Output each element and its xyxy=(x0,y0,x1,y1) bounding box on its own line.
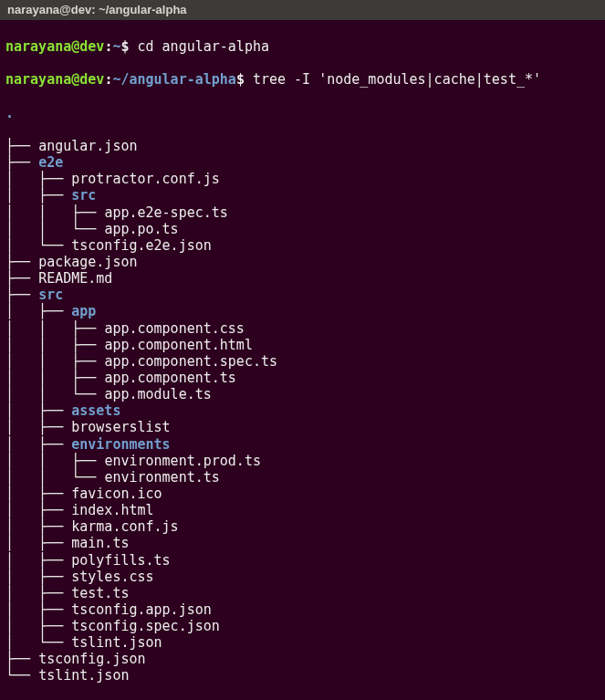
file-name: angular.json xyxy=(38,138,137,154)
tree-row: │ ├── favicon.ico xyxy=(5,486,600,502)
tree-row: │ ├── karma.conf.js xyxy=(5,518,600,535)
dir-name: e2e xyxy=(38,154,63,171)
tree-branch: ├── xyxy=(5,287,38,303)
tree-branch: │ └── xyxy=(5,634,71,651)
tree-row: │ ├── tsconfig.app.json xyxy=(5,601,600,618)
file-name: app.module.ts xyxy=(104,386,211,402)
tree-branch: │ ├── xyxy=(5,601,71,618)
tree-branch: ├── xyxy=(5,154,38,171)
window-titlebar: narayana@dev: ~/angular-alpha xyxy=(0,0,605,20)
file-name: README.md xyxy=(38,270,112,287)
file-name: app.component.ts xyxy=(104,370,236,386)
cwd: ~/angular-alpha xyxy=(112,71,235,88)
dir-name: app xyxy=(71,303,96,319)
tree-branch: │ ├── xyxy=(5,419,71,435)
tree-branch: │ ├── xyxy=(5,486,71,502)
tree-branch: │ │ └── xyxy=(5,469,104,486)
tree-branch: ├── xyxy=(5,254,38,270)
dir-name: src xyxy=(38,287,63,303)
tree-row: └── tslint.json xyxy=(5,667,600,684)
file-name: test.ts xyxy=(71,585,129,601)
tree-branch: │ ├── xyxy=(5,552,71,569)
user-host: narayana@dev xyxy=(5,71,104,88)
tree-root-dot: . xyxy=(5,105,600,121)
tree-row: ├── tsconfig.json xyxy=(5,651,600,667)
command-tree: tree -I 'node_modules|cache|test_*' xyxy=(253,71,541,88)
file-name: tsconfig.spec.json xyxy=(71,618,220,634)
tree-row: ├── e2e xyxy=(5,154,600,171)
dollar: $ xyxy=(120,38,137,55)
tree-branch: │ ├── xyxy=(5,303,71,319)
tree-row: │ ├── main.ts xyxy=(5,535,600,551)
tree-branch: │ │ ├── xyxy=(5,337,104,353)
file-name: favicon.ico xyxy=(71,486,162,502)
file-name: main.ts xyxy=(71,535,129,551)
file-name: environment.ts xyxy=(104,469,219,486)
tree-branch: │ ├── xyxy=(5,436,71,453)
command-cd: cd angular-alpha xyxy=(138,38,270,55)
tree-branch: ├── xyxy=(5,270,38,287)
tree-branch: │ ├── xyxy=(5,502,71,518)
file-name: tsconfig.json xyxy=(38,651,145,667)
tree-row: │ ├── styles.css xyxy=(5,569,600,585)
tree-branch: ├── xyxy=(5,138,38,154)
tree-branch: │ │ ├── xyxy=(5,370,104,386)
tree-row: │ ├── polyfills.ts xyxy=(5,552,600,569)
tree-row: ├── angular.json xyxy=(5,138,600,154)
tree-row: │ │ └── app.module.ts xyxy=(5,386,600,402)
tree-branch: │ ├── xyxy=(5,402,71,419)
dollar: $ xyxy=(236,71,253,88)
tree-row: │ │ ├── app.component.css xyxy=(5,320,600,337)
tree-branch: │ ├── xyxy=(5,535,71,551)
tree-row: │ │ └── app.po.ts xyxy=(5,221,600,237)
tree-row: │ │ ├── app.component.ts xyxy=(5,370,600,386)
file-name: polyfills.ts xyxy=(71,552,170,569)
tree-row: │ ├── browserslist xyxy=(5,419,600,435)
file-name: tslint.json xyxy=(71,634,162,651)
file-name: package.json xyxy=(38,254,137,270)
tree-row: │ │ ├── environment.prod.ts xyxy=(5,453,600,469)
dir-name: assets xyxy=(71,402,120,419)
tree-branch: │ ├── xyxy=(5,585,71,601)
tree-row: │ └── tslint.json xyxy=(5,634,600,651)
tree-row: ├── README.md xyxy=(5,270,600,287)
tree-branch: │ │ ├── xyxy=(5,453,104,469)
file-name: index.html xyxy=(71,502,153,518)
tree-row: │ │ ├── app.component.spec.ts xyxy=(5,353,600,370)
tree-row: │ ├── protractor.conf.js xyxy=(5,171,600,187)
tree-branch: │ │ ├── xyxy=(5,320,104,337)
tree-row: │ ├── tsconfig.spec.json xyxy=(5,618,600,634)
tree-branch: ├── xyxy=(5,651,38,667)
tree-row: │ │ └── environment.ts xyxy=(5,469,600,486)
tree-row: ├── package.json xyxy=(5,254,600,270)
tree-row: │ ├── index.html xyxy=(5,502,600,518)
file-name: app.e2e-spec.ts xyxy=(104,204,227,221)
file-name: browserslist xyxy=(71,419,170,435)
tree-branch: └── xyxy=(5,667,38,684)
tree-branch: │ │ ├── xyxy=(5,204,104,221)
user-host: narayana@dev xyxy=(5,38,104,55)
file-name: protractor.conf.js xyxy=(71,171,220,187)
tree-listing: ├── angular.json├── e2e│ ├── protractor.… xyxy=(5,138,600,684)
tree-row: │ ├── assets xyxy=(5,402,600,419)
file-name: app.component.css xyxy=(104,320,245,337)
dir-name: src xyxy=(71,187,96,204)
file-name: tslint.json xyxy=(38,667,129,684)
prompt-line-1: narayana@dev:~$ cd angular-alpha xyxy=(5,38,600,55)
terminal-output[interactable]: narayana@dev:~$ cd angular-alpha narayan… xyxy=(0,20,605,700)
file-name: karma.conf.js xyxy=(71,518,178,535)
tree-row: │ │ ├── app.component.html xyxy=(5,337,600,353)
tree-row: │ ├── app xyxy=(5,303,600,319)
tree-row: │ └── tsconfig.e2e.json xyxy=(5,237,600,254)
tree-row: │ ├── test.ts xyxy=(5,585,600,601)
tree-branch: │ │ └── xyxy=(5,221,104,237)
tree-row: │ │ ├── app.e2e-spec.ts xyxy=(5,204,600,221)
file-name: tsconfig.app.json xyxy=(71,601,212,618)
tree-branch: │ ├── xyxy=(5,618,71,634)
file-name: app.po.ts xyxy=(104,221,178,237)
file-name: environment.prod.ts xyxy=(104,453,261,469)
tree-branch: │ │ └── xyxy=(5,386,104,402)
tree-branch: │ └── xyxy=(5,237,71,254)
tree-row: ├── src xyxy=(5,287,600,303)
tree-branch: │ ├── xyxy=(5,171,71,187)
